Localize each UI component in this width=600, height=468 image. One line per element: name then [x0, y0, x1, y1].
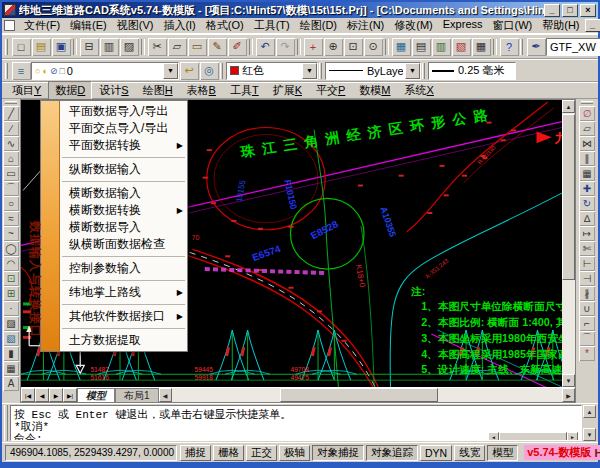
- menu-item-earthwork-extract[interactable]: 土方数据提取 ▶: [60, 332, 187, 349]
- menu-item-control-params-input[interactable]: 控制参数输入 ▶: [60, 260, 187, 277]
- line-icon[interactable]: ╱: [3, 106, 19, 121]
- text-style-combo[interactable]: GTF_XW ▼: [546, 38, 600, 56]
- menu-item-xsection-data-import[interactable]: 横断数据导入 ▶: [60, 219, 187, 236]
- maximize-button[interactable]: □: [562, 4, 578, 17]
- scroll-right-icon[interactable]: ▶: [562, 388, 575, 402]
- menu-separator[interactable]: ▶: [60, 154, 187, 161]
- otrack-toggle[interactable]: 对象追踪: [366, 445, 418, 461]
- menu-window[interactable]: 窗口(W): [488, 17, 538, 34]
- fillet-icon[interactable]: ⌒: [579, 331, 595, 346]
- extend-icon[interactable]: ⊢: [579, 256, 595, 271]
- trim-icon[interactable]: ✄: [579, 241, 595, 256]
- color-combo[interactable]: 红色 ▼: [226, 62, 318, 80]
- spline-icon[interactable]: ~: [3, 226, 19, 241]
- table-icon[interactable]: ▦: [3, 361, 19, 376]
- point-icon[interactable]: ·: [3, 301, 19, 316]
- zoom-previous-icon[interactable]: ⊙: [364, 38, 383, 56]
- menu-separator[interactable]: ▶: [60, 325, 187, 332]
- scroll-left-icon[interactable]: ◀: [159, 388, 172, 402]
- menu-dimension[interactable]: 标注(N): [342, 17, 389, 34]
- chevron-down-icon[interactable]: ▼: [302, 63, 317, 79]
- toolbar-separator[interactable]: [141, 39, 145, 55]
- polar-toggle[interactable]: 极轴: [279, 445, 310, 461]
- zoom-window-icon[interactable]: ⊡: [344, 38, 363, 56]
- menu-file[interactable]: 文件(F): [19, 17, 65, 34]
- move-icon[interactable]: ✚: [579, 181, 595, 196]
- scroll-left-icon[interactable]: ◀: [488, 432, 499, 441]
- toolbar-grip[interactable]: [5, 101, 17, 104]
- copy-icon[interactable]: ▱: [579, 121, 595, 136]
- model-toggle[interactable]: 模型: [487, 445, 518, 461]
- tab-first-button[interactable]: |◀: [21, 388, 35, 402]
- break-point-icon[interactable]: ⊣: [579, 271, 595, 286]
- tab-last-button[interactable]: ▶|: [63, 388, 77, 402]
- menu-item-xsection-data-convert[interactable]: 横断数据转换 ▶: [60, 202, 187, 219]
- menu-draw[interactable]: 绘图(D): [295, 17, 342, 34]
- preview-icon[interactable]: ▥: [100, 38, 119, 56]
- stretch-icon[interactable]: ↦: [579, 226, 595, 241]
- mirror-icon[interactable]: ⋈: [579, 136, 595, 151]
- command-vertical-scrollbar[interactable]: ▲ ▼: [583, 405, 596, 441]
- new-icon[interactable]: □: [12, 38, 31, 56]
- chamfer-icon[interactable]: ⌐: [579, 316, 595, 331]
- polyline-icon[interactable]: ∿: [3, 136, 19, 151]
- snap-toggle[interactable]: 捕捉: [180, 445, 211, 461]
- toolbar-grip[interactable]: [520, 39, 523, 55]
- menu-item-plane-data-convert[interactable]: 平面数据转换 ▶: [60, 137, 187, 154]
- hint-menu-table[interactable]: 表格B: [180, 81, 223, 100]
- hint-menu-draw[interactable]: 绘图H: [136, 81, 180, 100]
- rectangle-icon[interactable]: ▭: [3, 166, 19, 181]
- toolbar-separator[interactable]: [297, 39, 301, 55]
- copy-icon[interactable]: ▱: [168, 38, 187, 56]
- table-icon[interactable]: ▤: [412, 38, 431, 56]
- mtext-icon[interactable]: A: [3, 376, 19, 391]
- break-icon[interactable]: ∦: [579, 286, 595, 301]
- sheetset-icon[interactable]: ▥: [432, 38, 451, 56]
- toolbar-separator[interactable]: [493, 39, 497, 55]
- menu-item-other-software-interface[interactable]: 其他软件数据接口 ▶: [60, 308, 187, 325]
- toolbar-grip[interactable]: [5, 63, 8, 79]
- osnap-toggle[interactable]: 对象捕捉: [312, 445, 364, 461]
- make-block-icon[interactable]: ⊞: [3, 286, 19, 301]
- dyn-toggle[interactable]: DYN: [420, 445, 452, 461]
- horizontal-scroll-thumb[interactable]: [499, 432, 567, 441]
- canvas-vertical-scrollbar[interactable]: ▲ ▼: [562, 100, 575, 387]
- pan-icon[interactable]: +: [304, 38, 323, 56]
- tab-layout1[interactable]: 布局1: [115, 388, 159, 402]
- undo-icon[interactable]: ↶: [256, 38, 275, 56]
- layer-previous-icon[interactable]: ↩: [180, 62, 199, 80]
- toolbar-grip[interactable]: [422, 63, 425, 79]
- menu-item-xsection-data-input[interactable]: 横断数据输入 ▶: [60, 185, 187, 202]
- menu-help[interactable]: 帮助(H): [537, 17, 584, 34]
- circle-icon[interactable]: ○: [3, 196, 19, 211]
- layers-icon[interactable]: ≡: [12, 62, 31, 80]
- help-icon[interactable]: ?: [500, 38, 519, 56]
- layer-states-icon[interactable]: ◎: [200, 62, 219, 80]
- insert-block-icon[interactable]: ⊡: [3, 271, 19, 286]
- arc-icon[interactable]: ⌒: [3, 181, 19, 196]
- menu-express[interactable]: Express: [438, 17, 488, 34]
- menu-edit[interactable]: 编辑(E): [65, 17, 112, 34]
- menu-item-profile-data-input[interactable]: 纵断数据输入 ▶: [60, 161, 187, 178]
- toolbar-grip[interactable]: [220, 63, 223, 79]
- ellipse-icon[interactable]: ◯: [3, 241, 19, 256]
- menu-item-plane-data-io[interactable]: 平面数据导入/导出 ▶: [60, 103, 187, 120]
- minimize-button[interactable]: _: [544, 4, 560, 17]
- scroll-down-icon[interactable]: ▼: [562, 374, 575, 387]
- linetype-combo[interactable]: ByLayer ▼: [325, 62, 421, 80]
- mdi-minimize-button[interactable]: _: [585, 19, 600, 32]
- open-icon[interactable]: ▤: [32, 38, 51, 56]
- menu-separator[interactable]: ▶: [60, 301, 187, 308]
- close-button[interactable]: ×: [580, 4, 596, 17]
- designcenter-icon[interactable]: ▦: [392, 38, 411, 56]
- tab-prev-button[interactable]: ◀: [35, 388, 49, 402]
- toolbar-grip[interactable]: [581, 101, 593, 104]
- markup-icon[interactable]: ▧: [452, 38, 471, 56]
- command-prompt[interactable]: 命令:: [14, 431, 488, 441]
- menu-modify[interactable]: 修改(M): [389, 17, 438, 34]
- brush-icon[interactable]: ✐: [228, 38, 247, 56]
- layer-combo[interactable]: ○◐⊘□ 0 ▼: [31, 62, 179, 80]
- tab-next-button[interactable]: ▶: [49, 388, 63, 402]
- paste-icon[interactable]: ▭: [188, 38, 207, 56]
- menu-item-plane-pi-io[interactable]: 平面交点导入/导出 ▶: [60, 120, 187, 137]
